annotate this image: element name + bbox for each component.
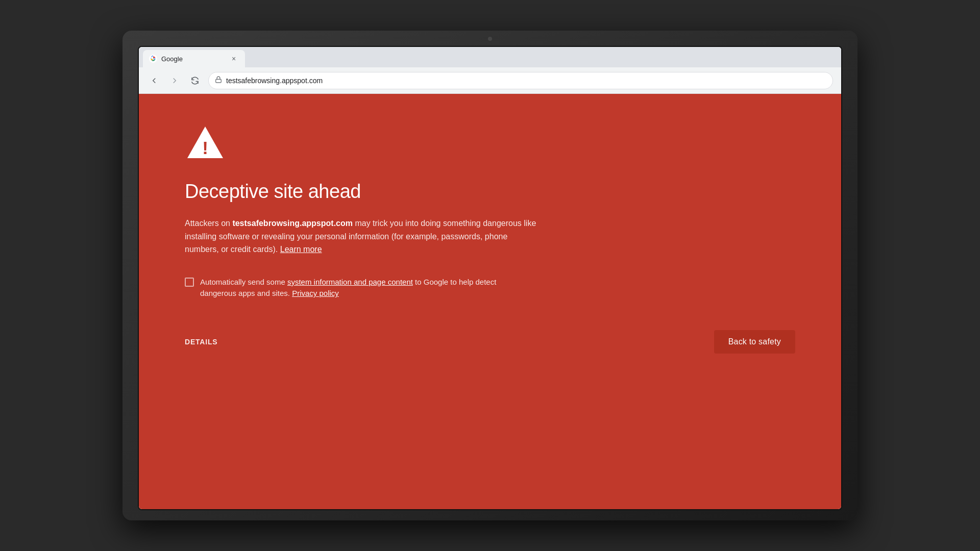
warning-footer: DETAILS Back to safety — [185, 330, 795, 354]
chrome-browser: Google × — [139, 47, 841, 509]
warning-page: ! Deceptive site ahead Attackers on test… — [139, 94, 841, 509]
back-button[interactable] — [147, 73, 161, 88]
checkbox-label-before: Automatically send some — [200, 278, 287, 286]
privacy-policy-link[interactable]: Privacy policy — [292, 289, 339, 297]
warning-icon-container: ! — [185, 124, 226, 162]
checkbox-section: Automatically send some system informati… — [185, 277, 522, 299]
warning-site-name: testsafebrowsing.appspot.com — [232, 219, 353, 228]
warning-heading: Deceptive site ahead — [185, 181, 361, 203]
laptop-screen: Google × — [138, 46, 842, 510]
reload-button[interactable] — [188, 73, 202, 88]
svg-text:!: ! — [202, 138, 208, 158]
url-bar[interactable]: testsafebrowsing.appspot.com — [208, 72, 833, 89]
auto-send-checkbox[interactable] — [185, 278, 194, 287]
url-text: testsafebrowsing.appspot.com — [226, 77, 323, 85]
body-prefix: Attackers on — [185, 219, 232, 228]
tab-title: Google — [161, 55, 225, 63]
tab-bar: Google × — [139, 47, 841, 67]
lock-icon — [215, 76, 222, 85]
google-favicon-icon — [149, 55, 157, 63]
camera-dot — [488, 37, 492, 41]
warning-body: Attackers on testsafebrowsing.appspot.co… — [185, 217, 542, 256]
system-info-link[interactable]: system information and page content — [287, 278, 413, 286]
address-bar: testsafebrowsing.appspot.com — [139, 67, 841, 94]
details-button[interactable]: DETAILS — [185, 338, 217, 346]
learn-more-link[interactable]: Learn more — [280, 245, 322, 254]
warning-triangle-icon: ! — [185, 124, 226, 160]
checkbox-label: Automatically send some system informati… — [200, 277, 522, 299]
back-to-safety-button[interactable]: Back to safety — [714, 330, 795, 354]
laptop-frame: Google × — [122, 31, 857, 520]
forward-button[interactable] — [167, 73, 182, 88]
active-tab[interactable]: Google × — [143, 50, 245, 67]
svg-rect-1 — [216, 79, 222, 82]
tab-close-button[interactable]: × — [229, 54, 239, 64]
